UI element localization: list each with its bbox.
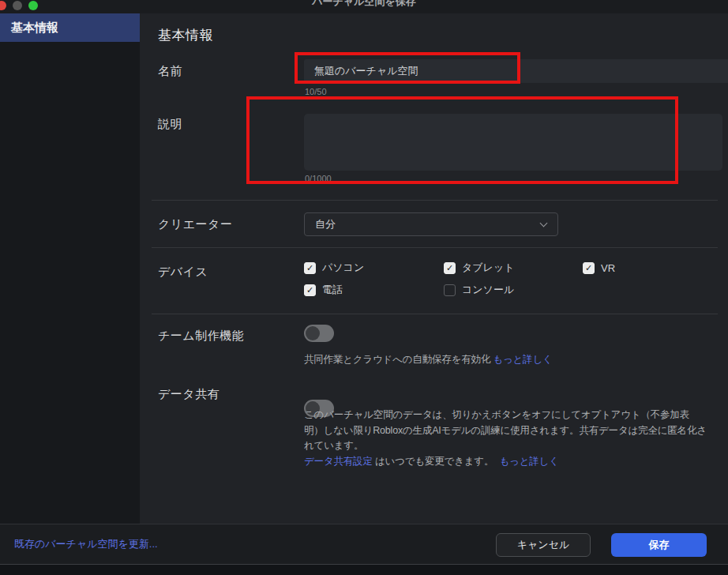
checkbox-tablet[interactable]: ✓ タブレット [444, 261, 583, 274]
checkbox-console[interactable]: ✓ コンソール [444, 284, 583, 296]
data-sharing-label: データ共有 [158, 387, 220, 402]
titlebar: バーチャル空間を保存 [0, 0, 728, 13]
checkbox-icon[interactable]: ✓ [583, 262, 595, 274]
team-create-description-text: 共同作業とクラウドへの自動保存を有効化 [304, 354, 490, 365]
team-create-label: チーム制作機能 [158, 329, 244, 344]
team-create-description: 共同作業とクラウドへの自動保存を有効化 もっと詳しく [304, 352, 553, 368]
divider [152, 200, 718, 201]
data-sharing-description-text: このバーチャル空間のデータは、切りかえボタンをオフにしてオプトアウト（不参加表明… [304, 409, 707, 451]
description-char-counter: 0/1000 [305, 174, 332, 183]
checkbox-computer[interactable]: ✓ パソコン [304, 261, 444, 274]
creator-dropdown[interactable]: 自分 [304, 212, 558, 236]
window-bottom-edge [0, 564, 728, 575]
checkbox-icon[interactable]: ✓ [444, 262, 456, 274]
checkbox-label: 電話 [322, 283, 343, 297]
toggle-knob [306, 326, 320, 340]
checkbox-phone[interactable]: ✓ 電話 [304, 284, 444, 296]
checkbox-icon[interactable]: ✓ [304, 284, 316, 296]
devices-label: デバイス [158, 265, 208, 280]
team-create-learn-more-link[interactable]: もっと詳しく [493, 354, 552, 365]
description-label: 説明 [158, 117, 182, 132]
checkbox-icon[interactable]: ✓ [444, 284, 456, 296]
data-sharing-description2-text: はいつでも変更できます。 [375, 456, 493, 467]
data-sharing-learn-more-link[interactable]: もっと詳しく [500, 456, 559, 467]
devices-options: ✓ パソコン ✓ タブレット ✓ VR ✓ 電話 ✓ コンソール [304, 261, 615, 296]
checkbox-vr[interactable]: ✓ VR [583, 261, 615, 274]
data-sharing-description: このバーチャル空間のデータは、切りかえボタンをオフにしてオプトアウト（不参加表明… [304, 408, 708, 469]
name-char-counter: 10/50 [305, 87, 327, 96]
window-title: バーチャル空間を保存 [0, 0, 728, 9]
checkbox-label: VR [601, 262, 615, 274]
description-textarea[interactable] [304, 114, 722, 171]
footer-bar: 既存のバーチャル空間を更新... キャンセル 保存 [0, 524, 728, 564]
chevron-down-icon [540, 220, 548, 227]
checkbox-label: コンソール [462, 283, 514, 297]
name-label: 名前 [158, 64, 182, 79]
sidebar: 基本情報 [0, 13, 140, 524]
save-button[interactable]: 保存 [611, 533, 707, 557]
divider [152, 314, 718, 314]
data-sharing-settings-link[interactable]: データ共有設定 [304, 456, 373, 467]
checkbox-label: パソコン [322, 261, 364, 275]
cancel-button[interactable]: キャンセル [496, 533, 591, 557]
team-create-toggle[interactable] [304, 325, 334, 342]
divider [152, 247, 718, 248]
creator-label: クリエーター [158, 217, 232, 232]
sidebar-item-basic-info[interactable]: 基本情報 [0, 13, 140, 42]
checkbox-icon[interactable]: ✓ [304, 262, 316, 274]
save-place-dialog: バーチャル空間を保存 基本情報 基本情報 名前 10/50 説明 0/1000 … [0, 0, 728, 575]
update-existing-place-link[interactable]: 既存のバーチャル空間を更新... [14, 537, 158, 551]
creator-selected-value: 自分 [315, 218, 336, 230]
checkbox-label: タブレット [462, 261, 515, 275]
name-input[interactable] [304, 59, 728, 83]
page-title: 基本情報 [158, 26, 213, 44]
